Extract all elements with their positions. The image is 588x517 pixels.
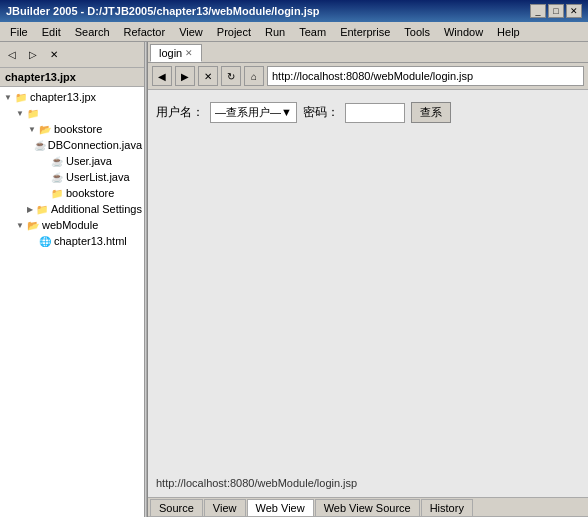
view-tab-label: History: [430, 502, 464, 514]
editor-tab[interactable]: login✕: [150, 44, 202, 62]
browser-bar: ◀ ▶ ✕ ↻ ⌂: [148, 63, 588, 90]
maximize-button[interactable]: □: [548, 4, 564, 18]
left-toolbar: ◁ ▷ ✕: [0, 42, 144, 68]
menu-item-project[interactable]: Project: [211, 24, 257, 40]
view-tab[interactable]: Web View Source: [315, 499, 420, 516]
menu-item-file[interactable]: File: [4, 24, 34, 40]
title-text: JBuilder 2005 - D:/JTJB2005/chapter13/we…: [6, 5, 320, 17]
password-input[interactable]: [345, 103, 405, 123]
menu-item-team[interactable]: Team: [293, 24, 332, 40]
login-form: 用户名： —查系用户—▼ 密码： 查系: [156, 102, 580, 123]
view-tab[interactable]: History: [421, 499, 473, 516]
close-button[interactable]: ✕: [566, 4, 582, 18]
tree-node-label: bookstore: [66, 187, 114, 199]
toolbar-close-btn[interactable]: ✕: [44, 45, 64, 65]
tree-node[interactable]: ▼📂webModule: [2, 217, 142, 233]
editor-tab-bar: login✕: [148, 42, 588, 63]
menu-item-view[interactable]: View: [173, 24, 209, 40]
menu-item-search[interactable]: Search: [69, 24, 116, 40]
forward-button[interactable]: ▶: [175, 66, 195, 86]
tree-node-label: chapter13.jpx: [30, 91, 96, 103]
view-tab-label: View: [213, 502, 237, 514]
tree-node[interactable]: ▶📁Additional Settings: [2, 201, 142, 217]
menu-item-window[interactable]: Window: [438, 24, 489, 40]
view-tab-label: Source: [159, 502, 194, 514]
view-tab-bar: SourceViewWeb ViewWeb View SourceHistory: [148, 497, 588, 517]
menu-item-refactor[interactable]: Refactor: [118, 24, 172, 40]
password-label: 密码：: [303, 104, 339, 121]
tree-node[interactable]: 🌐chapter13.html: [2, 233, 142, 249]
menu-item-help[interactable]: Help: [491, 24, 526, 40]
view-tab-label: Web View: [256, 502, 305, 514]
tree-node-label: DBConnection.java: [48, 139, 142, 151]
tree-node[interactable]: ☕User.java: [2, 153, 142, 169]
tree-node-label: User.java: [66, 155, 112, 167]
menu-item-enterprise[interactable]: Enterprise: [334, 24, 396, 40]
tree-node-label: chapter13.html: [54, 235, 127, 247]
tree-node[interactable]: ▼📁chapter13.jpx: [2, 89, 142, 105]
toolbar-back-btn[interactable]: ◁: [2, 45, 22, 65]
tab-label: login: [159, 47, 182, 59]
tree-node[interactable]: ☕DBConnection.java: [2, 137, 142, 153]
toolbar-forward-btn[interactable]: ▷: [23, 45, 43, 65]
web-content: 用户名： —查系用户—▼ 密码： 查系 http://localhost:808…: [148, 90, 588, 497]
refresh-button[interactable]: ↻: [221, 66, 241, 86]
title-bar: JBuilder 2005 - D:/JTJB2005/chapter13/we…: [0, 0, 588, 22]
panel-title: chapter13.jpx: [0, 68, 144, 87]
minimize-button[interactable]: _: [530, 4, 546, 18]
menu-item-run[interactable]: Run: [259, 24, 291, 40]
menu-bar: FileEditSearchRefactorViewProjectRunTeam…: [0, 22, 588, 42]
tree-node-label: UserList.java: [66, 171, 130, 183]
url-input[interactable]: [267, 66, 584, 86]
menu-item-edit[interactable]: Edit: [36, 24, 67, 40]
tree-node-label: bookstore: [54, 123, 102, 135]
view-tab-label: Web View Source: [324, 502, 411, 514]
view-tab[interactable]: Web View: [247, 499, 314, 516]
tree-node[interactable]: ▼📁: [2, 105, 142, 121]
view-tab[interactable]: Source: [150, 499, 203, 516]
tree-node[interactable]: ▼📂bookstore: [2, 121, 142, 137]
back-button[interactable]: ◀: [152, 66, 172, 86]
dropdown-value: —查系用户—▼: [215, 105, 292, 120]
home-button[interactable]: ⌂: [244, 66, 264, 86]
stop-button[interactable]: ✕: [198, 66, 218, 86]
username-dropdown[interactable]: —查系用户—▼: [210, 102, 297, 123]
tree-node-label: Additional Settings: [51, 203, 142, 215]
main-layout: ◁ ▷ ✕ chapter13.jpx ▼📁chapter13.jpx▼📁▼📂b…: [0, 42, 588, 517]
tab-close-icon[interactable]: ✕: [185, 48, 193, 58]
title-controls: _ □ ✕: [530, 4, 582, 18]
page-url-status: http://localhost:8080/webModule/login.js…: [156, 473, 580, 489]
login-button[interactable]: 查系: [411, 102, 451, 123]
tree-node-label: webModule: [42, 219, 98, 231]
view-tab[interactable]: View: [204, 499, 246, 516]
left-panel: ◁ ▷ ✕ chapter13.jpx ▼📁chapter13.jpx▼📁▼📂b…: [0, 42, 145, 517]
tree-node[interactable]: 📁bookstore: [2, 185, 142, 201]
username-label: 用户名：: [156, 104, 204, 121]
menu-item-tools[interactable]: Tools: [398, 24, 436, 40]
file-tree[interactable]: ▼📁chapter13.jpx▼📁▼📂bookstore☕DBConnectio…: [0, 87, 144, 517]
right-panel: login✕ ◀ ▶ ✕ ↻ ⌂ 用户名： —查系用户—▼ 密码： 查系 htt…: [148, 42, 588, 517]
tree-node[interactable]: ☕UserList.java: [2, 169, 142, 185]
